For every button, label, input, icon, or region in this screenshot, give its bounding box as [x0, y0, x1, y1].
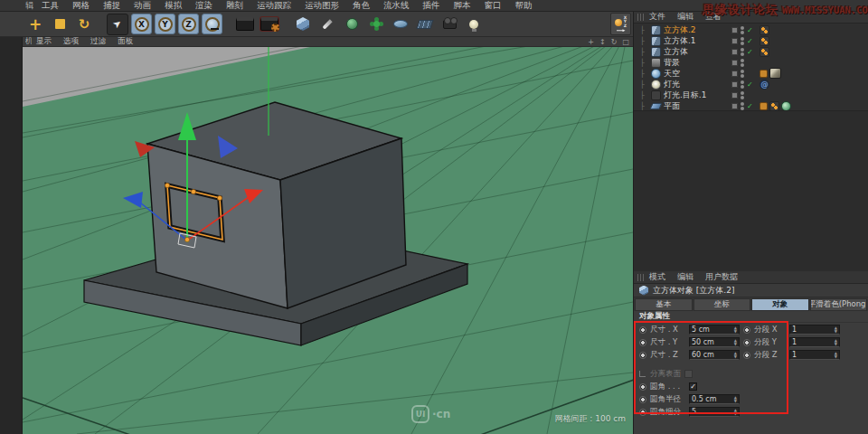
stepper[interactable] — [734, 352, 737, 357]
menu-item[interactable]: 动画 — [134, 0, 151, 12]
keyframe-radio[interactable] — [639, 326, 646, 334]
menu-item[interactable]: 渲染 — [195, 0, 212, 12]
rotate-tool-icon[interactable]: ↻ — [73, 14, 95, 35]
stepper[interactable] — [734, 396, 737, 401]
menu-item[interactable]: 网格 — [72, 0, 90, 12]
layer-chip[interactable] — [731, 49, 738, 55]
menu-item[interactable]: 雕刻 — [226, 0, 243, 12]
camera-button[interactable] — [439, 14, 460, 35]
object-row[interactable]: ├ 灯光 ✓ @ — [634, 79, 868, 90]
keyframe-radio[interactable] — [743, 339, 750, 346]
texrect-tag[interactable] — [760, 70, 768, 78]
attribute-tab[interactable]: 基本 — [635, 298, 693, 311]
phong-tag[interactable] — [760, 47, 769, 57]
viewport-menu-clipped[interactable]: 机 — [25, 36, 32, 47]
visibility-dots[interactable] — [741, 80, 744, 89]
visibility-dots[interactable] — [741, 70, 744, 78]
attribute-menu-item[interactable]: 用户数据 — [705, 271, 738, 283]
object-row[interactable]: ├ 立方体 ✓ — [634, 46, 868, 57]
object-type-icon[interactable] — [649, 103, 662, 109]
keyframe-radio[interactable] — [743, 326, 750, 334]
keyframe-radio[interactable] — [639, 339, 646, 346]
visibility-dots[interactable] — [741, 59, 744, 67]
object-type-icon[interactable] — [651, 90, 661, 100]
stepper[interactable] — [734, 339, 737, 344]
menu-item[interactable]: 运动跟踪 — [257, 0, 291, 12]
stepper[interactable] — [835, 352, 837, 357]
axis-lock-button[interactable]: X — [131, 14, 152, 34]
phong-tag[interactable] — [769, 101, 779, 111]
viewport-menu-item[interactable]: 过滤 — [90, 36, 106, 47]
menu-item[interactable]: 脚本 — [454, 0, 471, 12]
layer-chip[interactable] — [731, 81, 738, 88]
layer-chip[interactable] — [731, 103, 738, 109]
layer-chip[interactable] — [731, 71, 738, 77]
panel-grip-icon[interactable] — [637, 274, 645, 281]
target-tag[interactable]: @ — [760, 80, 769, 90]
stepper[interactable] — [835, 326, 837, 332]
phong-tag[interactable] — [760, 25, 769, 35]
deformer-button[interactable] — [365, 14, 387, 35]
keyframe-radio[interactable] — [639, 409, 646, 416]
object-type-icon[interactable] — [651, 25, 661, 35]
viewport-canvas[interactable]: 网格间距 : 100 cm UI ·cn — [23, 47, 633, 434]
object-manager-empty-area[interactable] — [634, 110, 868, 271]
keyframe-radio[interactable] — [743, 352, 750, 359]
menu-item[interactable]: 工具 — [42, 0, 59, 12]
visibility-dots[interactable] — [741, 48, 744, 56]
object-row[interactable]: ├ 天空 ✓ — [634, 68, 868, 79]
keyframe-radio[interactable] — [639, 352, 646, 359]
enabled-check-icon[interactable]: ✓ — [747, 48, 755, 56]
menu-item[interactable]: 窗口 — [485, 0, 502, 12]
object-row[interactable]: ├ 立方体.2 ✓ — [634, 24, 868, 35]
stepper[interactable] — [835, 339, 837, 344]
viewport-control-icon[interactable]: □ — [622, 38, 629, 46]
viewport-menu-item[interactable]: 选项 — [63, 36, 79, 47]
attribute-menu-item[interactable]: 模式 — [649, 271, 665, 283]
fillet-subdivision-field[interactable]: 5 — [689, 407, 740, 417]
render-view-button[interactable] — [234, 14, 256, 35]
scale-tool-icon[interactable] — [49, 14, 71, 35]
value-field[interactable]: 1 — [789, 350, 840, 360]
menu-item-clipped[interactable]: 辑 — [25, 0, 33, 12]
menu-item[interactable]: 帮助 — [515, 0, 533, 12]
menu-item[interactable]: 流水线 — [383, 0, 410, 12]
enabled-check-icon[interactable]: ✓ — [747, 26, 755, 34]
render-picture-viewer-button[interactable] — [259, 14, 280, 35]
fillet-checkbox[interactable]: ✓ — [689, 382, 697, 391]
axis-lock-button[interactable]: Z — [178, 14, 199, 34]
layer-chip[interactable] — [731, 27, 738, 33]
viewport-menu-item[interactable]: 面板 — [118, 36, 133, 47]
ball-tag[interactable] — [781, 101, 791, 111]
attribute-tab[interactable]: 坐标 — [693, 298, 751, 311]
section-header[interactable]: 对象属性 — [634, 311, 868, 323]
move-tool-icon[interactable]: + — [24, 14, 46, 35]
last-used-tool-icon[interactable]: ➤ — [107, 14, 128, 35]
object-type-icon[interactable] — [651, 58, 661, 68]
value-field[interactable]: 5 cm — [689, 325, 740, 335]
menu-item[interactable]: 捕捉 — [103, 0, 120, 12]
visibility-dots[interactable] — [741, 102, 744, 110]
attribute-menu-item[interactable]: 编辑 — [677, 271, 693, 283]
layer-chip[interactable] — [731, 92, 738, 99]
viewport-control-icon[interactable]: ↕ — [599, 38, 606, 46]
panel-grip-icon[interactable] — [637, 14, 645, 21]
value-field[interactable]: 50 cm — [689, 337, 740, 347]
object-type-icon[interactable] — [651, 47, 661, 57]
object-type-icon[interactable] — [651, 80, 661, 90]
stepper[interactable] — [734, 409, 737, 414]
environment-button[interactable] — [390, 14, 411, 35]
keyframe-radio[interactable] — [639, 383, 646, 391]
texrect-tag[interactable] — [760, 102, 768, 110]
layer-chip[interactable] — [731, 38, 738, 44]
layer-chip[interactable] — [731, 60, 738, 66]
visibility-dots[interactable] — [741, 37, 744, 45]
attribute-tab[interactable]: 平滑着色(Phong) — [810, 298, 868, 311]
enabled-check-icon[interactable]: ✓ — [747, 80, 755, 89]
enabled-check-icon[interactable]: ✓ — [747, 102, 755, 110]
keyframe-radio[interactable] — [639, 396, 646, 403]
object-row[interactable]: ├ 灯光.目标.1 ✓ — [634, 90, 868, 100]
object-row[interactable]: ├ 立方体.1 ✓ — [634, 35, 868, 46]
visibility-dots[interactable] — [741, 91, 744, 99]
viewport-control-icon[interactable]: ↻ — [611, 38, 618, 46]
